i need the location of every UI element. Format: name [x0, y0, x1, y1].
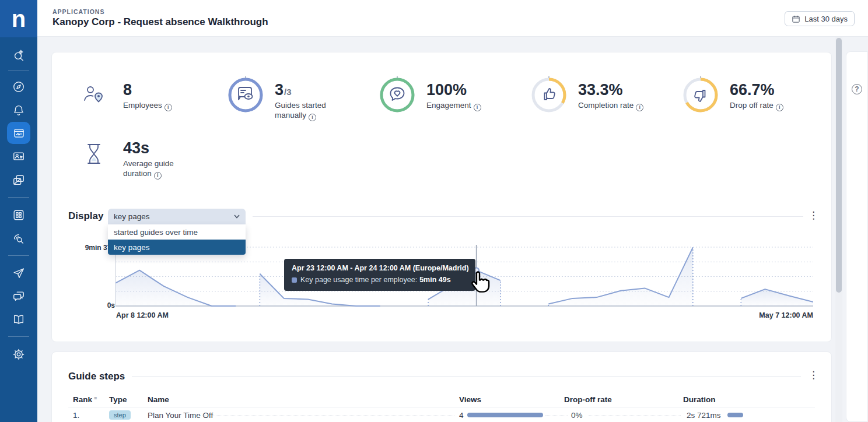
dotted-leader: [589, 416, 681, 416]
top-header: APPLICATIONS Kanopy Corp - Request absen…: [37, 0, 868, 37]
calendar-icon: [792, 15, 800, 23]
sidebar-item-notifications[interactable]: [0, 103, 37, 117]
info-icon[interactable]: i: [164, 104, 172, 111]
section-rule: [253, 216, 803, 217]
apps-grid-icon: [12, 209, 25, 221]
col-header-dropoff: Drop-off rate: [564, 395, 612, 404]
chart-tooltip: Apr 23 12:00 AM - Apr 24 12:00 AM (Europ…: [284, 259, 475, 291]
y-axis-min-label: 0s: [75, 301, 115, 310]
ai-search-icon: [12, 49, 25, 62]
display-select[interactable]: key pages: [108, 209, 246, 224]
guide-eye-icon: [239, 87, 253, 100]
table-kebab-menu[interactable]: ⋮: [808, 370, 818, 381]
chevron-down-icon: [234, 214, 240, 219]
presentation-people-icon: [12, 150, 25, 163]
sidebar-item-insights[interactable]: [0, 231, 37, 245]
sidebar-item-content-pages[interactable]: [0, 173, 37, 187]
sidebar-item-ai-search[interactable]: [0, 48, 37, 62]
sidebar-item-compass[interactable]: [0, 80, 37, 94]
overview-card: 8 Employeesi 3/3 Guides started manually…: [51, 52, 832, 342]
stat-value-employees: 8: [123, 82, 132, 98]
completion-ring: [530, 76, 568, 114]
section-rule: [132, 376, 801, 377]
chart-kebab-menu[interactable]: ⋮: [808, 210, 818, 221]
stat-value-completion: 33.3%: [578, 82, 623, 98]
insights-search-icon: [12, 232, 25, 245]
col-header-rank[interactable]: Rank≡: [73, 395, 97, 404]
date-range-label: Last 30 days: [804, 15, 848, 23]
logo-letter: n: [12, 7, 26, 30]
stat-label-completion: Completion ratei: [578, 100, 666, 111]
display-option-key-pages[interactable]: key pages: [108, 240, 246, 255]
sidebar-item-docs[interactable]: [0, 312, 37, 326]
scrollbar-thumb[interactable]: [836, 38, 842, 293]
help-icon[interactable]: ?: [852, 84, 862, 94]
book-icon: [12, 313, 25, 326]
sidebar-divider: [8, 255, 29, 256]
stat-label-employees: Employeesi: [123, 100, 193, 111]
info-icon[interactable]: i: [309, 114, 316, 121]
series-marker-icon: [292, 277, 297, 283]
analytics-icon: [13, 127, 25, 139]
info-icon[interactable]: i: [636, 104, 643, 111]
display-option-started-guides[interactable]: started guides over time: [108, 224, 246, 240]
display-menu: started guides over time key pages: [108, 224, 246, 255]
pages-edit-icon: [12, 174, 25, 187]
app-logo[interactable]: n: [0, 0, 37, 37]
col-header-name: Name: [148, 395, 169, 404]
guides-started-ring: [226, 76, 265, 114]
stat-value-dropoff: 66.7%: [730, 82, 775, 98]
display-label: Display: [68, 210, 103, 222]
breadcrumb: APPLICATIONS: [52, 8, 104, 15]
person-pin-icon: [81, 83, 107, 108]
sort-icon: ≡: [94, 395, 97, 401]
guide-steps-title: Guide steps: [68, 371, 125, 382]
tooltip-series-row: Key page usage time per employee: 5min 4…: [292, 276, 468, 284]
paper-plane-icon: [12, 267, 25, 280]
sidebar-item-apps-grid[interactable]: [0, 208, 37, 222]
info-icon[interactable]: i: [776, 104, 783, 111]
type-badge: step: [109, 410, 131, 420]
page-title: Kanopy Corp - Request absence Walkthroug…: [52, 16, 268, 28]
sidebar-item-chat[interactable]: [0, 289, 37, 303]
info-icon[interactable]: i: [474, 104, 481, 111]
sidebar: n: [0, 0, 37, 422]
sidebar-item-settings[interactable]: [0, 347, 37, 361]
tooltip-title: Apr 23 12:00 AM - Apr 24 12:00 AM (Europ…: [292, 264, 468, 272]
col-header-type: Type: [109, 395, 127, 404]
col-header-views: Views: [459, 395, 481, 404]
help-panel-edge: [846, 51, 868, 422]
sidebar-divider: [8, 197, 29, 198]
date-range-button[interactable]: Last 30 days: [785, 11, 855, 26]
thumb-down-icon: [695, 90, 705, 101]
guide-steps-card: Guide steps ⋮ Rank≡ Type Name Views Drop…: [51, 351, 832, 422]
cell-duration: 2s 721ms: [687, 411, 721, 420]
tooltip-series-label: Key page usage time per employee:: [300, 276, 417, 284]
sidebar-item-analytics[interactable]: [7, 122, 30, 144]
thumb-up-icon: [545, 89, 555, 100]
stat-label-duration: Average guide durationi: [123, 159, 181, 180]
sidebar-item-rooms[interactable]: [0, 150, 37, 164]
hourglass-icon: [81, 141, 107, 167]
x-axis-end-label: May 7 12:00 AM: [729, 311, 813, 319]
x-axis-start-label: Apr 8 12:00 AM: [116, 311, 169, 319]
duration-bar: [727, 413, 743, 417]
dotted-leader: [545, 416, 568, 416]
stat-value-guides-started: 3/3: [275, 82, 292, 100]
stat-label-engagement: Engagementi: [426, 100, 514, 111]
cursor-pointer-icon: [467, 269, 492, 295]
tooltip-value: 5min 49s: [419, 276, 451, 284]
col-header-duration: Duration: [683, 395, 716, 404]
cell-rank: 1.: [73, 411, 79, 420]
stat-value-duration: 43s: [123, 140, 149, 156]
chat-bubbles-icon: [12, 290, 25, 303]
stat-label-guides-started: Guides started manuallyi: [275, 100, 336, 121]
display-selected-value: key pages: [114, 212, 150, 221]
views-bar: [467, 413, 543, 417]
info-icon[interactable]: i: [154, 172, 162, 180]
dotted-leader: [198, 416, 454, 416]
engagement-ring: [378, 76, 416, 114]
sidebar-divider: [8, 71, 29, 71]
chat-heart-icon: [391, 88, 404, 101]
sidebar-item-launch[interactable]: [0, 266, 37, 280]
